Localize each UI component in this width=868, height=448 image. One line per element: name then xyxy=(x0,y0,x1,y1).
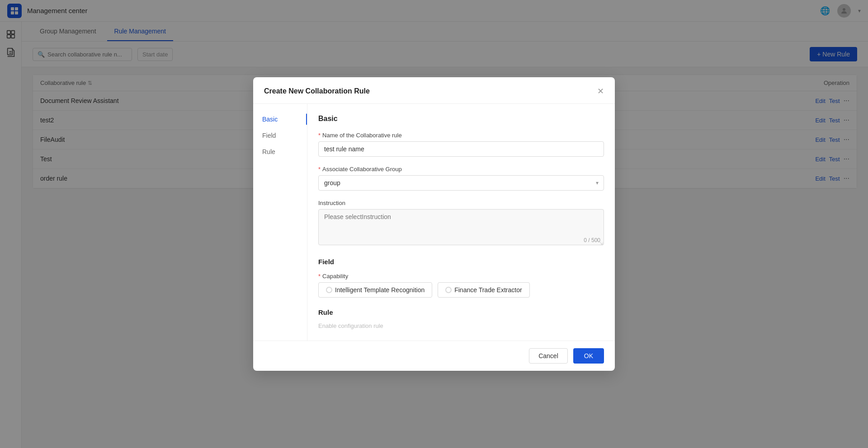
required-star-cap: * xyxy=(318,273,321,280)
capability-group-container: * Capability Intelligent Template Recogn… xyxy=(318,273,604,298)
instruction-field-group: Instruction 0 / 500 ⇲ xyxy=(318,200,604,247)
name-label: * Name of the Collaborative rule xyxy=(318,132,604,139)
group-select[interactable]: group xyxy=(318,175,604,191)
modal-header: Create New Collaboration Rule ✕ xyxy=(253,77,615,104)
cancel-button[interactable]: Cancel xyxy=(529,348,568,364)
capability-itr-label: Intelligent Template Recognition xyxy=(335,286,425,294)
char-count: 0 / 500 xyxy=(584,237,600,243)
instruction-label: Instruction xyxy=(318,200,604,206)
capability-option-itr[interactable]: Intelligent Template Recognition xyxy=(318,282,432,298)
capability-options: Intelligent Template Recognition Finance… xyxy=(318,282,604,298)
capability-option-fte[interactable]: Finance Trade Extractor xyxy=(438,282,529,298)
modal-body: Basic Field Rule Basic * Name of the Col… xyxy=(253,104,615,341)
rule-name-input[interactable] xyxy=(318,141,604,157)
rule-section: Rule Enable configuration rule xyxy=(318,308,604,330)
modal-footer: Cancel OK xyxy=(253,341,615,371)
group-field-group: * Associate Collaborative Group group ▾ xyxy=(318,166,604,191)
resize-handle[interactable]: ⇲ xyxy=(599,241,603,246)
modal-overlay: Create New Collaboration Rule ✕ Basic Fi… xyxy=(0,0,868,448)
radio-fte xyxy=(445,287,452,293)
capability-label: * Capability xyxy=(318,273,604,280)
required-star-group: * xyxy=(318,166,321,173)
instruction-textarea[interactable] xyxy=(318,209,604,245)
modal-nav-basic[interactable]: Basic xyxy=(253,111,307,127)
field-section-title: Field xyxy=(318,258,604,266)
rule-enable-text: Enable configuration rule xyxy=(318,322,383,329)
modal-nav-field[interactable]: Field xyxy=(253,127,307,144)
field-section: Field * Capability Intelligent Template … xyxy=(318,258,604,298)
required-star: * xyxy=(318,132,321,139)
modal-close-button[interactable]: ✕ xyxy=(597,86,604,96)
radio-itr xyxy=(326,287,332,293)
name-field-group: * Name of the Collaborative rule xyxy=(318,132,604,157)
modal-nav: Basic Field Rule xyxy=(253,104,307,341)
basic-section-title: Basic xyxy=(318,115,604,123)
modal-title: Create New Collaboration Rule xyxy=(264,87,370,95)
group-select-wrapper: group ▾ xyxy=(318,175,604,191)
modal-nav-rule[interactable]: Rule xyxy=(253,144,307,160)
rule-section-title: Rule xyxy=(318,308,604,316)
group-label: * Associate Collaborative Group xyxy=(318,166,604,173)
modal: Create New Collaboration Rule ✕ Basic Fi… xyxy=(253,77,615,371)
instruction-textarea-wrapper: 0 / 500 ⇲ xyxy=(318,209,604,247)
capability-fte-label: Finance Trade Extractor xyxy=(454,286,522,294)
ok-button[interactable]: OK xyxy=(573,348,604,364)
modal-form-content: Basic * Name of the Collaborative rule *… xyxy=(307,104,615,341)
